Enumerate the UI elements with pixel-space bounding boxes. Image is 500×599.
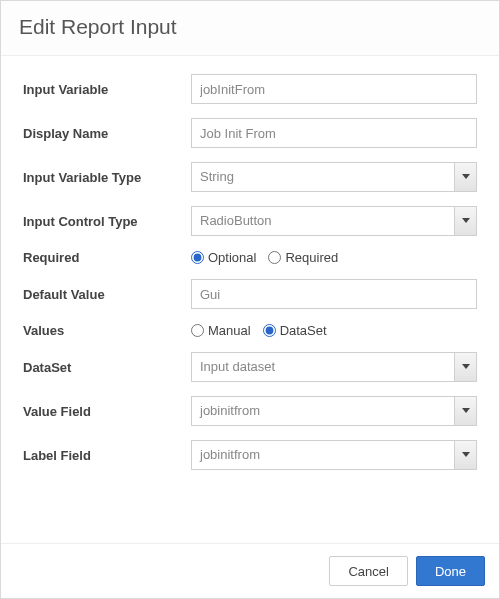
chevron-down-icon — [454, 441, 476, 469]
values-manual-radio[interactable]: Manual — [191, 323, 251, 338]
row-required: Required Optional Required — [23, 250, 477, 265]
row-default-value: Default Value — [23, 279, 477, 309]
label-label-field: Label Field — [23, 448, 191, 463]
values-manual-label: Manual — [208, 323, 251, 338]
label-value-field: Value Field — [23, 404, 191, 419]
row-label-field: Label Field jobinitfrom — [23, 440, 477, 470]
required-optional-radio-input[interactable] — [191, 251, 204, 264]
input-variable-type-select[interactable]: String — [191, 162, 477, 192]
chevron-down-icon — [454, 353, 476, 381]
label-values: Values — [23, 323, 191, 338]
done-button[interactable]: Done — [416, 556, 485, 586]
default-value-field[interactable] — [191, 279, 477, 309]
input-variable-field[interactable] — [191, 74, 477, 104]
label-display-name: Display Name — [23, 126, 191, 141]
label-input-variable-type: Input Variable Type — [23, 170, 191, 185]
select-value: jobinitfrom — [192, 397, 454, 425]
value-field-select[interactable]: jobinitfrom — [191, 396, 477, 426]
chevron-down-icon — [454, 397, 476, 425]
label-input-variable: Input Variable — [23, 82, 191, 97]
cancel-button[interactable]: Cancel — [329, 556, 407, 586]
row-display-name: Display Name — [23, 118, 477, 148]
input-control-type-select[interactable]: RadioButton — [191, 206, 477, 236]
row-input-control-type: Input Control Type RadioButton — [23, 206, 477, 236]
edit-report-input-dialog: Edit Report Input Input Variable Display… — [0, 0, 500, 599]
values-dataset-radio[interactable]: DataSet — [263, 323, 327, 338]
row-input-variable: Input Variable — [23, 74, 477, 104]
row-dataset: DataSet Input dataset — [23, 352, 477, 382]
row-value-field: Value Field jobinitfrom — [23, 396, 477, 426]
required-required-label: Required — [285, 250, 338, 265]
display-name-field[interactable] — [191, 118, 477, 148]
row-values: Values Manual DataSet — [23, 323, 477, 338]
dialog-header: Edit Report Input — [1, 1, 499, 56]
required-optional-label: Optional — [208, 250, 256, 265]
row-input-variable-type: Input Variable Type String — [23, 162, 477, 192]
label-input-control-type: Input Control Type — [23, 214, 191, 229]
values-dataset-label: DataSet — [280, 323, 327, 338]
select-value: String — [192, 163, 454, 191]
dialog-footer: Cancel Done — [1, 543, 499, 598]
required-optional-radio[interactable]: Optional — [191, 250, 256, 265]
dialog-title: Edit Report Input — [19, 15, 177, 38]
label-field-select[interactable]: jobinitfrom — [191, 440, 477, 470]
dialog-body: Input Variable Display Name Input Variab… — [1, 56, 499, 543]
select-value: RadioButton — [192, 207, 454, 235]
label-default-value: Default Value — [23, 287, 191, 302]
chevron-down-icon — [454, 163, 476, 191]
dataset-select[interactable]: Input dataset — [191, 352, 477, 382]
select-value: jobinitfrom — [192, 441, 454, 469]
values-manual-radio-input[interactable] — [191, 324, 204, 337]
label-dataset: DataSet — [23, 360, 191, 375]
label-required: Required — [23, 250, 191, 265]
values-dataset-radio-input[interactable] — [263, 324, 276, 337]
chevron-down-icon — [454, 207, 476, 235]
required-required-radio[interactable]: Required — [268, 250, 338, 265]
required-required-radio-input[interactable] — [268, 251, 281, 264]
select-value: Input dataset — [192, 353, 454, 381]
